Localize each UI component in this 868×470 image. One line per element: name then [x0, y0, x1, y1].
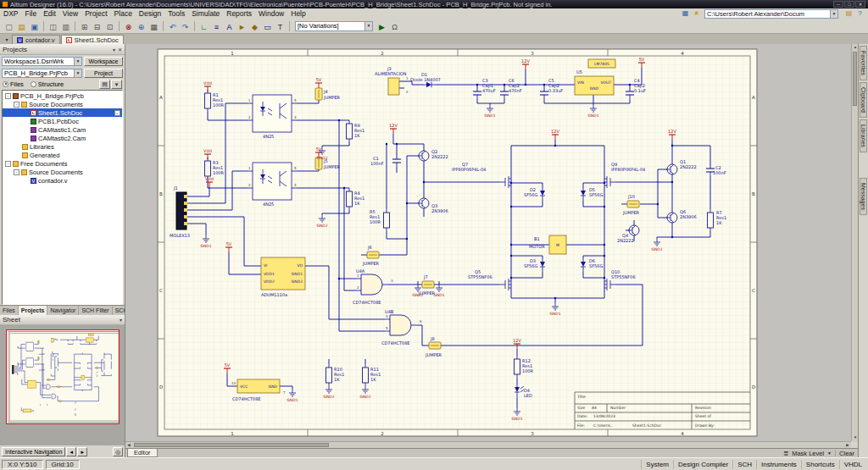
- place-port-icon[interactable]: ►: [236, 20, 248, 32]
- tree-item[interactable]: Libraries: [3, 142, 122, 151]
- doc-tab-Sheet1.SchDoc[interactable]: Sheet1.SchDoc: [61, 35, 124, 44]
- status-panel-design-compiler[interactable]: Design Compiler: [673, 460, 732, 469]
- editor-tab[interactable]: Editor: [127, 449, 158, 457]
- help-icon[interactable]: ?: [855, 9, 865, 18]
- menu-tools[interactable]: Tools: [164, 8, 188, 19]
- setup-icon[interactable]: Ω: [388, 20, 401, 32]
- jumper[interactable]: [37, 340, 38, 343]
- status-panel-system[interactable]: System: [641, 460, 673, 469]
- mask-level-button[interactable]: Mask Level: [792, 450, 824, 457]
- tree-item[interactable]: -Source Documents: [3, 168, 122, 176]
- right-tab-libraries[interactable]: Libraries: [860, 119, 867, 152]
- print-preview-icon[interactable]: ▥: [59, 20, 72, 32]
- jumper[interactable]: [37, 357, 38, 359]
- redo-icon[interactable]: ↷: [179, 20, 192, 32]
- tree-expander-icon[interactable]: -: [14, 169, 19, 175]
- files-radio[interactable]: [3, 81, 8, 87]
- compile-icon[interactable]: ▶: [376, 20, 388, 32]
- status-panel-vhdl[interactable]: VHDL: [839, 460, 866, 469]
- jumper[interactable]: [47, 379, 50, 381]
- place-bus-icon[interactable]: ≡: [210, 20, 223, 32]
- chevron-down-icon[interactable]: ▼: [74, 58, 81, 65]
- menu-dxp[interactable]: DXP: [0, 8, 21, 19]
- menu-edit[interactable]: Edit: [40, 8, 59, 19]
- structure-radio[interactable]: [31, 81, 36, 87]
- close-button[interactable]: ✕: [855, 1, 865, 8]
- tree-expander-icon[interactable]: -: [5, 93, 11, 99]
- zoom-fit-icon[interactable]: ⊟: [91, 20, 103, 32]
- clear-button[interactable]: Clear: [839, 450, 854, 457]
- project-button[interactable]: Project: [84, 69, 123, 78]
- cut-icon[interactable]: ⊗: [122, 20, 135, 32]
- workspace-combobox[interactable]: Workspace1.DsnWrk ▼: [2, 57, 82, 66]
- tree-item[interactable]: -PCB_H_Bridge.PrjPcb: [3, 91, 122, 100]
- tab-list-icon[interactable]: ▾: [2, 36, 12, 44]
- save-icon[interactable]: ▣: [28, 20, 41, 32]
- tree-item[interactable]: -Source Documents: [3, 100, 122, 108]
- jumper[interactable]: [367, 252, 379, 258]
- zoom-area-icon[interactable]: ⊞: [78, 20, 91, 32]
- chevron-down-icon[interactable]: ▼: [830, 10, 837, 18]
- tree-item[interactable]: -Free Documents: [3, 159, 122, 168]
- jumper[interactable]: [627, 201, 639, 207]
- place-part-icon[interactable]: ◆: [248, 20, 261, 32]
- optocoupler-4n25[interactable]: [25, 342, 33, 351]
- menu-design[interactable]: Design: [136, 8, 164, 19]
- sheet-preview-thumbnail[interactable]: [6, 329, 120, 424]
- menu-simulate[interactable]: Simulate: [188, 8, 223, 19]
- place-net-label-icon[interactable]: A: [223, 20, 236, 32]
- jumper[interactable]: [58, 386, 60, 388]
- status-panel-sch[interactable]: SCH: [732, 460, 756, 469]
- right-tab-clipboard[interactable]: Clipboard: [860, 82, 867, 118]
- panel-options-icon[interactable]: ▾: [111, 80, 122, 89]
- panel-tab-navigator[interactable]: Navigator: [47, 306, 79, 315]
- connector-molex13[interactable]: [176, 192, 187, 229]
- place-wire-icon[interactable]: ∟: [198, 20, 210, 32]
- optocoupler-4n25[interactable]: [248, 95, 297, 132]
- project-combobox[interactable]: PCB_H_Bridge.PrjPcb ▼: [2, 69, 82, 78]
- jumper[interactable]: [96, 367, 98, 368]
- place-sheet-symbol-icon[interactable]: ▭: [261, 20, 274, 32]
- interactive-navigation-button[interactable]: Interactive Navigation: [2, 447, 65, 456]
- vertical-scroll-thumb[interactable]: [853, 52, 857, 106]
- maximize-button[interactable]: □: [844, 1, 854, 8]
- new-document-icon[interactable]: ▢: [3, 20, 15, 32]
- open-folder-icon[interactable]: ▤: [844, 9, 854, 18]
- panel-close-icon[interactable]: ✕: [118, 47, 122, 53]
- horizontal-scroll-thumb[interactable]: [134, 443, 329, 447]
- and-gate[interactable]: [46, 384, 50, 390]
- home-icon[interactable]: ▦: [681, 9, 690, 18]
- workspace-button[interactable]: Workspace: [84, 57, 123, 66]
- panel-tab-sch[interactable]: SCH: [113, 306, 125, 315]
- panel-tab-files[interactable]: Files: [0, 306, 19, 315]
- document-path-combobox[interactable]: C:\Users\Robert Alexander\Docum ▼: [704, 9, 838, 19]
- right-tab-favorites[interactable]: Favorites: [860, 46, 867, 80]
- menu-reports[interactable]: Reports: [223, 8, 255, 19]
- jumper[interactable]: [422, 281, 434, 288]
- schematic-canvas[interactable]: 11223344AABBCCDDTitleSizeA4NumberRevisio…: [125, 44, 851, 441]
- nav-back-icon[interactable]: ◂: [66, 447, 76, 456]
- zoom-tool-icon[interactable]: ◎: [113, 447, 123, 456]
- mask-level-icon[interactable]: ≣: [783, 450, 788, 457]
- scroll-right-icon[interactable]: ▶: [844, 442, 851, 448]
- connector-molex13[interactable]: [12, 365, 14, 373]
- chevron-down-icon[interactable]: ▼: [827, 451, 832, 456]
- status-panel-shortcuts[interactable]: Shortcuts: [801, 460, 839, 469]
- tree-item[interactable]: CAMtastic1.Cam: [3, 125, 122, 134]
- chevron-down-icon[interactable]: ▼: [364, 22, 372, 30]
- and-gate[interactable]: [52, 394, 56, 399]
- menu-file[interactable]: File: [21, 8, 40, 19]
- tree-expander-icon[interactable]: -: [14, 102, 19, 108]
- jumper[interactable]: [315, 88, 322, 100]
- tree-item[interactable]: Generated: [3, 151, 122, 159]
- variations-select[interactable]: [No Variations] ▼: [295, 21, 373, 31]
- optocoupler-4n25[interactable]: [25, 358, 33, 367]
- tree-expander-icon[interactable]: -: [5, 161, 11, 167]
- vertical-scrollbar[interactable]: ▲ ▼: [851, 44, 858, 441]
- jumper[interactable]: [58, 401, 61, 402]
- menu-window[interactable]: Window: [255, 8, 287, 19]
- menu-view[interactable]: View: [59, 8, 81, 19]
- panel-menu-icon[interactable]: ▾: [120, 317, 122, 323]
- menu-place[interactable]: Place: [111, 8, 136, 19]
- minimize-button[interactable]: ─: [833, 1, 843, 8]
